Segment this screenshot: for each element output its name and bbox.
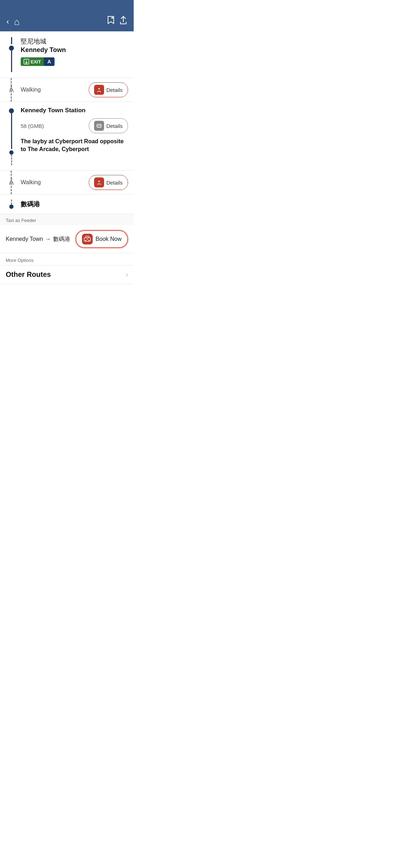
exit-icon bbox=[24, 59, 29, 64]
bus-details-text: Details bbox=[106, 123, 123, 129]
other-routes-text: Other Routes bbox=[6, 270, 51, 279]
cyberport-name: 數碼港 bbox=[17, 200, 40, 208]
station-info: Kennedy Town Station 58 (GMB) Deta bbox=[17, 107, 128, 154]
walking-details-icon-2 bbox=[94, 177, 104, 187]
svg-point-10 bbox=[98, 181, 100, 182]
station-line bbox=[11, 113, 12, 149]
walking-label-2: Walking bbox=[17, 179, 89, 186]
bus-number: 58 (GMB) bbox=[21, 123, 44, 129]
walking-label-1: Walking bbox=[17, 87, 89, 93]
dashed-line-2 bbox=[11, 171, 12, 194]
kennedy-town-stop: 堅尼地城 Kennedy Town EXIT A bbox=[0, 31, 134, 78]
other-routes-row[interactable]: Other Routes › bbox=[0, 265, 134, 284]
chevron-right-icon: › bbox=[126, 271, 128, 278]
back-button[interactable]: ‹ bbox=[6, 18, 9, 26]
book-now-text: Book Now bbox=[96, 236, 122, 242]
cyberport-timeline bbox=[6, 200, 17, 209]
kennedy-town-chinese: 堅尼地城 bbox=[21, 37, 128, 46]
kennedy-town-station-row: Kennedy Town Station 58 (GMB) Deta bbox=[0, 102, 134, 171]
bus-destination: The layby at Cyberport Road opposite to … bbox=[21, 138, 128, 154]
kennedy-town-english: Kennedy Town bbox=[21, 46, 128, 54]
taxi-book-icon bbox=[82, 234, 93, 244]
more-options-label: More Options bbox=[0, 253, 134, 265]
kennedy-town-info: 堅尼地城 Kennedy Town EXIT A bbox=[17, 37, 128, 66]
taxi-arrow: → bbox=[45, 236, 51, 242]
taxi-feeder-label: Taxi as Feeder bbox=[0, 214, 134, 225]
app-header: ‹ ⌂ Trip Planner bbox=[0, 0, 134, 31]
cyberport-stop: 數碼港 bbox=[0, 195, 134, 214]
taxi-row: Kennedy Town → 數碼港 Book Now bbox=[0, 225, 134, 253]
walking-details-text-1: Details bbox=[106, 87, 123, 93]
walking-details-icon-1 bbox=[94, 85, 104, 95]
station-inner: Kennedy Town Station 58 (GMB) Deta bbox=[6, 107, 128, 165]
cyberport-dot bbox=[9, 205, 14, 209]
exit-badge: EXIT bbox=[21, 57, 44, 66]
svg-point-13 bbox=[88, 240, 89, 241]
kennedy-town-dot bbox=[9, 46, 14, 51]
bus-details-button[interactable]: Details bbox=[89, 118, 128, 133]
taxi-route-to: 數碼港 bbox=[53, 236, 70, 243]
line-above-kennedy bbox=[11, 37, 12, 44]
svg-point-7 bbox=[100, 127, 101, 128]
svg-point-12 bbox=[85, 240, 86, 241]
svg-point-4 bbox=[98, 88, 100, 89]
taxi-route-from: Kennedy Town bbox=[6, 236, 43, 242]
timeline-kennedy-town bbox=[6, 37, 17, 72]
walking-details-text-2: Details bbox=[106, 180, 123, 186]
exit-letter: A bbox=[44, 57, 55, 66]
walking-row-2: Walking Details bbox=[0, 171, 134, 195]
header-right-actions bbox=[107, 16, 127, 26]
svg-rect-11 bbox=[84, 238, 91, 241]
bus-details-icon bbox=[94, 121, 104, 131]
book-now-button[interactable]: Book Now bbox=[76, 230, 128, 248]
home-button[interactable]: ⌂ bbox=[14, 17, 20, 26]
bookmark-add-icon[interactable] bbox=[107, 16, 114, 26]
station-dot-top bbox=[9, 108, 14, 113]
station-dashed-below bbox=[11, 155, 12, 165]
route-content: 堅尼地城 Kennedy Town EXIT A Walki bbox=[0, 31, 134, 284]
walking-details-button-2[interactable]: Details bbox=[89, 175, 128, 190]
bus-row-detail: 58 (GMB) Details bbox=[21, 118, 128, 133]
station-timeline bbox=[6, 107, 17, 165]
exit-badges: EXIT A bbox=[21, 57, 128, 66]
svg-rect-5 bbox=[97, 124, 101, 127]
walking-details-button-1[interactable]: Details bbox=[89, 82, 128, 97]
exit-label: EXIT bbox=[31, 59, 41, 64]
line-below-kennedy bbox=[11, 51, 12, 72]
taxi-route-text: Kennedy Town → 數碼港 bbox=[6, 236, 70, 243]
walking-row-1: Walking Details bbox=[0, 78, 134, 102]
share-icon[interactable] bbox=[119, 16, 127, 26]
station-name: Kennedy Town Station bbox=[21, 107, 128, 114]
svg-point-6 bbox=[98, 127, 99, 128]
dashed-line-1 bbox=[11, 78, 12, 102]
station-dot-bottom bbox=[9, 150, 14, 155]
cyberport-dash-above bbox=[11, 200, 12, 205]
header-left-actions: ‹ ⌂ bbox=[6, 17, 20, 26]
